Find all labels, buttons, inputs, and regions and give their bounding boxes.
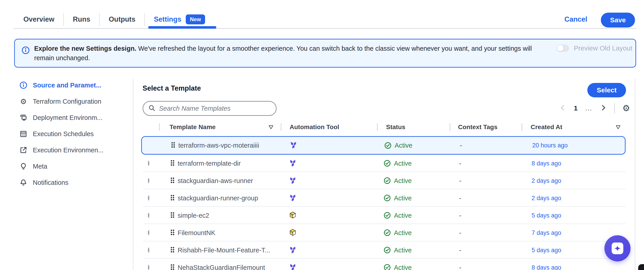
select-template-button[interactable]: Select [587,83,626,97]
table-settings-gear-icon[interactable]: ⚙ [622,104,630,112]
row-radio-button[interactable] [148,247,149,253]
page-ellipsis: ... [585,104,592,112]
context-tags: - [459,194,462,202]
toggle-label: Preview Old Layout [574,44,632,52]
drag-handle-icon[interactable] [170,160,175,167]
status-label: Active [394,212,412,219]
status-badge: Active [384,160,412,167]
sidebar-item-terraform-configuration[interactable]: ⚙Terraform Configuration [19,93,127,109]
column-status[interactable]: Status [386,123,406,131]
status-label: Active [394,264,412,270]
screens-icon [19,114,28,122]
terraform-icon [289,177,296,185]
column-automation-tool[interactable]: Automation Tool [290,123,339,131]
created-at-link[interactable]: 2 days ago [532,195,561,201]
save-button[interactable]: Save [601,13,635,28]
drag-handle-icon[interactable] [170,212,175,219]
column-created-at[interactable]: Created At [531,123,562,131]
info-icon [19,81,28,89]
table-row[interactable]: FilemountNKActive-7 days ago [141,224,626,241]
drag-handle-icon[interactable] [171,142,176,149]
status-label: Active [394,229,412,236]
table-row[interactable]: stackguardian-runner-groupActive-2 days … [141,189,626,207]
tab-label: Overview [24,15,54,24]
toggle-knob [557,45,564,51]
sidebar-item-label: Notifications [33,179,68,186]
sidebar-item-deployment-environm[interactable]: Deployment Environm... [19,109,127,126]
template-name: stackguardian-aws-runner [178,177,253,184]
column-template-name[interactable]: Template Name [170,123,216,131]
ai-assist-fab[interactable] [604,235,630,261]
next-page-icon[interactable] [600,104,607,112]
sidebar-item-notifications[interactable]: Notifications [19,174,127,191]
table-row[interactable]: Rishabh-File-Mount-Feature-T...Active-5 … [141,241,626,259]
table-row[interactable]: terraform-aws-vpc-moteraiiiiActive-20 ho… [141,136,626,155]
tab-outputs[interactable]: Outputs [100,15,144,24]
created-at-link[interactable]: 7 days ago [532,229,561,236]
created-at-link[interactable]: 20 hours ago [532,142,568,149]
tab-overview[interactable]: Overview [24,15,64,24]
pagination-divider [614,103,615,113]
table-row[interactable]: terraform-template-dirActive-8 days ago [141,155,626,172]
drag-handle-icon[interactable] [170,264,175,270]
tab-label: Outputs [108,15,135,24]
created-at-link[interactable]: 8 days ago [532,264,561,270]
context-tags: - [459,212,462,219]
template-search[interactable] [142,101,276,116]
column-context-tags[interactable]: Context Tags [458,123,498,131]
status-label: Active [394,194,412,202]
cancel-button[interactable]: Cancel [564,15,587,24]
chat-widget-corner[interactable] [638,264,644,270]
search-input[interactable] [159,105,271,112]
opentofu-icon [289,211,296,219]
sidebar-item-meta[interactable]: Meta [19,158,127,174]
row-radio-button[interactable] [148,161,149,166]
banner-message: Explore the new Settings design. We've r… [34,44,544,63]
created-at-link[interactable]: 5 days ago [532,212,561,219]
row-radio-button[interactable] [148,213,149,218]
template-name: stackguardian-runner-group [178,194,258,202]
drag-handle-icon[interactable] [170,194,175,202]
column-divider [450,123,450,131]
created-at-link[interactable]: 8 days ago [532,160,561,167]
content-right-divider [635,79,635,270]
tab-runs[interactable]: Runs [64,15,100,24]
drag-handle-icon[interactable] [170,229,175,237]
row-radio-button[interactable] [148,178,149,183]
filter-icon[interactable] [268,124,274,130]
row-radio-button[interactable] [148,230,149,235]
current-page[interactable]: 1 [574,104,578,112]
sidebar-item-label: Source and Paramet... [33,82,102,89]
sidebar-item-label: Execution Schedules [33,130,94,138]
table-row[interactable]: simple-ec2Active-5 days ago [141,207,626,224]
info-icon [22,46,30,54]
row-radio-button[interactable] [148,195,149,201]
template-name: terraform-aws-vpc-moteraiiii [178,142,259,149]
preview-old-layout-toggle[interactable] [557,45,569,52]
template-name: Rishabh-File-Mount-Feature-T... [178,246,270,254]
filter-icon[interactable] [615,124,621,130]
status-badge: Active [384,212,412,219]
drag-handle-icon[interactable] [170,177,175,185]
sidebar-item-label: Terraform Configuration [33,98,102,105]
sidebar-item-execution-environmen[interactable]: Execution Environmen... [19,142,127,158]
tab-settings[interactable]: SettingsNew [145,15,214,24]
template-name: simple-ec2 [178,212,209,219]
status-badge: Active [384,194,412,202]
created-at-link[interactable]: 2 days ago [532,177,561,184]
context-tags: - [459,160,462,167]
opentofu-icon [289,229,296,237]
sidebar-item-source-and-paramet[interactable]: Source and Paramet... [19,77,127,93]
table-row[interactable]: stackguardian-aws-runnerActive-2 days ag… [141,172,626,189]
row-radio-button[interactable] [148,265,149,270]
prev-page-icon[interactable] [560,104,566,112]
external-link-icon [19,146,28,154]
sidebar-item-execution-schedules[interactable]: Execution Schedules [19,126,127,142]
workspace-settings-screen: OverviewRunsOutputsSettingsNew Cancel Sa… [0,0,644,270]
drag-handle-icon[interactable] [170,246,175,254]
calendar-icon [19,130,28,138]
created-at-link[interactable]: 5 days ago [532,246,561,253]
table-row[interactable]: NehaStackGuardianFilemountActive-8 days … [141,259,626,270]
template-name: terraform-template-dir [178,160,240,167]
terraform-icon [289,246,296,254]
